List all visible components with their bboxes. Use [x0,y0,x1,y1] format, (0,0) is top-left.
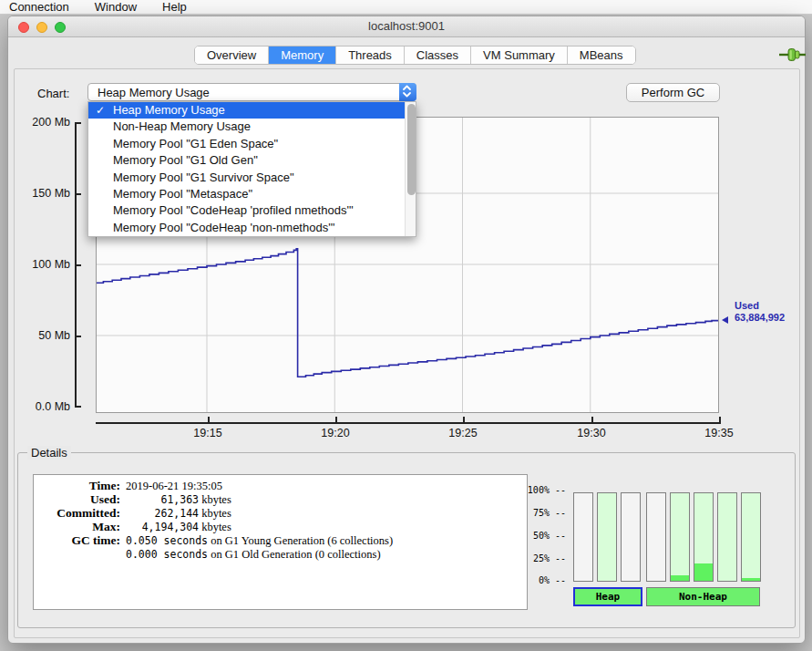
checkmark-icon: ✓ [96,102,105,119]
dropdown-item-heap-memory-usage[interactable]: ✓ Heap Memory Usage [88,102,416,119]
tab-overview[interactable]: Overview [195,46,269,64]
detail-row-max: Max: 4,194,304 kbytes [34,521,527,534]
dropdown-scrollbar[interactable] [405,102,416,236]
window-title: localhost:9001 [8,19,805,33]
x-tick-label: 19:20 [315,427,355,439]
tab-bar: Overview Memory Threads Classes VM Summa… [194,46,636,65]
tab-mbeans[interactable]: MBeans [568,46,635,64]
dropdown-item-codeheap-non-nmethods[interactable]: Memory Pool "CodeHeap 'non-nmethods'" [88,220,416,236]
x-tick [719,417,721,423]
x-tick-label: 19:25 [443,427,483,439]
y-tick [75,406,81,408]
detail-row-used: Used: 61,363 kbytes [34,493,527,507]
chart-combobox-value: Heap Memory Usage [98,86,210,99]
callout-arrow-icon [722,316,728,324]
memory-pool-bar [621,492,641,582]
chart-dropdown-popup: ✓ Heap Memory Usage Non-Heap Memory Usag… [87,101,416,237]
details-group-title: Details [27,446,71,460]
tab-classes[interactable]: Classes [405,46,471,64]
dropdown-item-codeheap-profiled[interactable]: Memory Pool "CodeHeap 'profiled nmethods… [88,202,416,219]
x-tick [591,417,593,423]
y-tick [75,264,81,266]
memory-pool-bar [573,492,593,582]
menu-help[interactable]: Help [162,0,187,14]
y-tick [75,122,81,124]
dropdown-item-non-heap-memory-usage[interactable]: Non-Heap Memory Usage [88,119,416,135]
callout-series-label: Used [735,300,785,312]
detail-row-gc-old: 0.000 seconds on G1 Old Generation (0 co… [34,548,527,562]
detail-row-time: Time: 2019-06-21 19:35:05 [34,480,527,493]
memory-pool-bar [646,492,666,582]
pool-axis-label: 75% -- [515,508,566,518]
combobox-stepper-icon[interactable] [399,83,416,101]
tab-threads[interactable]: Threads [336,46,405,64]
details-text-box: Time: 2019-06-21 19:35:05 Used: 61,363 k… [33,474,528,610]
memory-pool-bar [597,492,617,582]
pool-axis-label: 0% -- [515,575,566,585]
detail-row-committed: Committed: 262,144 kbytes [34,507,527,521]
dropdown-item-g1-survivor-space[interactable]: Memory Pool "G1 Survivor Space" [88,170,416,186]
y-tick-label: 200 Mb [21,116,70,129]
pool-axis-label: 25% -- [515,553,566,563]
heap-pool-bars [573,492,641,582]
memory-pool-bar [670,492,690,582]
memory-pool-bar [741,492,761,582]
x-tick-label: 19:30 [571,427,612,439]
y-tick-label: 100 Mb [21,258,70,271]
detail-row-gc-young: GC time: 0.050 seconds on G1 Young Gener… [34,534,527,548]
perform-gc-button[interactable]: Perform GC [626,83,720,102]
pool-axis-label: 50% -- [515,531,566,541]
x-tick [208,417,210,423]
y-tick [75,193,81,195]
menu-bar: Connection Window Help [0,0,812,15]
callout-series-value: 63,884,992 [735,312,785,324]
x-tick [463,417,465,423]
title-bar: localhost:9001 [8,16,805,37]
x-tick [335,417,337,423]
jconsole-window: localhost:9001 Overview Memory Threads C… [7,16,806,644]
tab-vm-summary[interactable]: VM Summary [471,46,568,64]
chart-combobox-label: Chart: [37,87,69,100]
y-tick-label: 0.0 Mb [21,400,70,413]
menu-window[interactable]: Window [95,0,137,14]
menu-connection[interactable]: Connection [9,0,69,14]
y-tick-label: 150 Mb [21,187,70,200]
used-value-callout: Used 63,884,992 [735,300,785,324]
tab-memory[interactable]: Memory [269,46,336,64]
nonheap-pool-bars [646,492,761,582]
dropdown-item-g1-old-gen[interactable]: Memory Pool "G1 Old Gen" [88,152,416,169]
x-tick-label: 19:15 [188,427,228,439]
pool-axis-label: 100% -- [515,485,566,495]
memory-pool-bar [717,492,737,582]
heap-button[interactable]: Heap [573,587,642,606]
connection-status-plug-icon [778,47,807,62]
y-tick [75,336,81,337]
dropdown-scrollbar-thumb[interactable] [407,104,416,195]
x-tick-label: 19:35 [699,427,739,439]
x-axis [96,422,721,424]
memory-pool-bar [694,492,714,582]
chart-combobox[interactable]: Heap Memory Usage [87,83,416,101]
dropdown-item-metaspace[interactable]: Memory Pool "Metaspace" [88,186,416,202]
y-tick-label: 50 Mb [21,329,70,342]
nonheap-button[interactable]: Non-Heap [646,587,760,606]
dropdown-item-g1-eden-space[interactable]: Memory Pool "G1 Eden Space" [88,136,416,152]
